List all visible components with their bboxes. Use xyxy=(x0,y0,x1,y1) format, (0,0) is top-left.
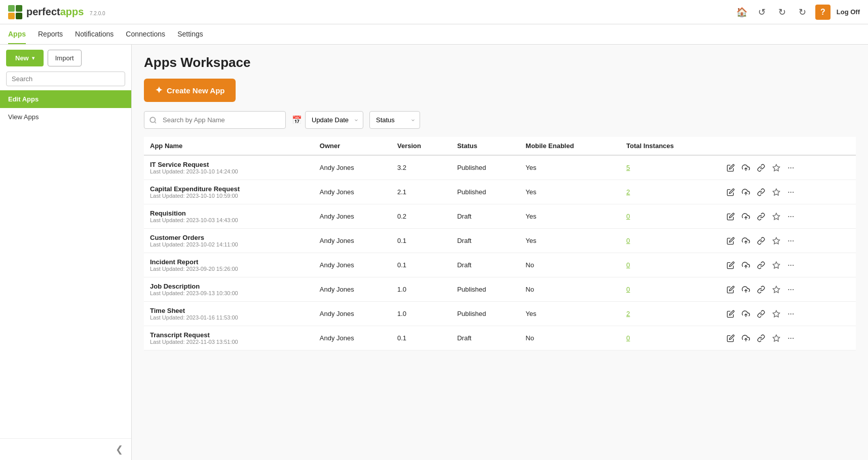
col-mobile: Mobile Enabled xyxy=(519,137,620,155)
link-btn-6[interactable] xyxy=(756,309,766,319)
link-btn-3[interactable] xyxy=(756,236,766,246)
table-row: Incident Report Last Updated: 2023-09-20… xyxy=(144,253,856,277)
instances-link-7[interactable]: 0 xyxy=(626,334,630,342)
cell-instances-5: 0 xyxy=(620,277,720,302)
table-row: IT Service Request Last Updated: 2023-10… xyxy=(144,155,856,180)
cell-app-name-2: Requisition Last Updated: 2023-10-03 14:… xyxy=(144,204,314,229)
logo-sq-1 xyxy=(8,5,15,12)
cell-status-1: Published xyxy=(451,180,519,204)
upload-btn-3[interactable] xyxy=(741,236,751,246)
more-btn-0[interactable]: ··· xyxy=(786,162,795,173)
edit-btn-7[interactable] xyxy=(726,333,736,343)
star-btn-1[interactable] xyxy=(771,187,781,197)
nav-item-notifications[interactable]: Notifications xyxy=(75,25,114,44)
instances-link-0[interactable]: 5 xyxy=(626,164,630,171)
edit-btn-1[interactable] xyxy=(726,187,736,197)
toolbar-icons: 🏠 ↺ ↻ ↻ ? xyxy=(734,5,831,20)
table-row: Transcript Request Last Updated: 2022-11… xyxy=(144,326,856,350)
home-button[interactable]: 🏠 xyxy=(734,5,749,20)
cell-owner-4: Andy Jones xyxy=(314,253,391,277)
cell-actions-0: ··· xyxy=(720,155,856,180)
more-btn-1[interactable]: ··· xyxy=(786,187,795,198)
app-name-2: Requisition xyxy=(150,209,308,217)
upload-btn-0[interactable] xyxy=(741,163,751,173)
star-btn-7[interactable] xyxy=(771,333,781,343)
create-btn-label: Create New App xyxy=(167,86,224,95)
sidebar-collapse-button[interactable]: ❮ xyxy=(0,438,131,460)
edit-btn-3[interactable] xyxy=(726,236,736,246)
content-area: Apps Workspace ✦ Create New App 📅 Update… xyxy=(132,45,868,460)
upload-btn-4[interactable] xyxy=(741,260,751,270)
more-btn-2[interactable]: ··· xyxy=(786,211,795,222)
upload-btn-6[interactable] xyxy=(741,309,751,319)
more-btn-4[interactable]: ··· xyxy=(786,260,795,271)
date-filter: 📅 Update Date xyxy=(292,111,363,129)
link-btn-0[interactable] xyxy=(756,163,766,173)
table-row: Requisition Last Updated: 2023-10-03 14:… xyxy=(144,204,856,229)
star-btn-2[interactable] xyxy=(771,211,781,222)
nav-item-apps[interactable]: Apps xyxy=(8,25,26,44)
sidebar-search-input[interactable] xyxy=(6,72,125,86)
nav-item-connections[interactable]: Connections xyxy=(126,25,165,44)
link-btn-1[interactable] xyxy=(756,187,766,197)
upload-btn-5[interactable] xyxy=(741,285,751,295)
cell-mobile-5: No xyxy=(519,277,620,302)
upload-btn-1[interactable] xyxy=(741,187,751,197)
edit-btn-4[interactable] xyxy=(726,260,736,270)
brand-version: 7.2.0.0 xyxy=(90,11,105,16)
app-updated-6: Last Updated: 2023-01-16 11:53:00 xyxy=(150,314,308,321)
undo-button[interactable]: ↺ xyxy=(754,5,770,20)
link-btn-2[interactable] xyxy=(756,211,766,222)
log-off-button[interactable]: Log Off xyxy=(837,8,860,16)
star-btn-0[interactable] xyxy=(771,163,781,173)
cell-version-2: 0.2 xyxy=(391,204,451,229)
cell-owner-1: Andy Jones xyxy=(314,180,391,204)
star-btn-4[interactable] xyxy=(771,260,781,270)
star-btn-6[interactable] xyxy=(771,309,781,319)
cell-status-3: Draft xyxy=(451,229,519,253)
edit-btn-6[interactable] xyxy=(726,309,736,319)
search-app-input[interactable] xyxy=(144,111,286,129)
table-row: Capital Expenditure Request Last Updated… xyxy=(144,180,856,204)
svg-point-0 xyxy=(150,117,156,123)
instances-link-2[interactable]: 0 xyxy=(626,213,630,220)
app-name-3: Customer Orders xyxy=(150,234,308,241)
cell-mobile-2: Yes xyxy=(519,204,620,229)
instances-link-5[interactable]: 0 xyxy=(626,286,630,293)
new-button[interactable]: New ▾ xyxy=(6,50,44,66)
instances-link-1[interactable]: 2 xyxy=(626,188,630,196)
more-btn-6[interactable]: ··· xyxy=(786,308,795,320)
instances-link-6[interactable]: 2 xyxy=(626,310,630,317)
sidebar-item-view-apps[interactable]: View Apps xyxy=(0,108,131,126)
date-filter-select[interactable]: Update Date xyxy=(305,111,363,129)
instances-link-4[interactable]: 0 xyxy=(626,261,630,269)
nav-item-reports[interactable]: Reports xyxy=(38,25,63,44)
link-btn-4[interactable] xyxy=(756,260,766,270)
import-button[interactable]: Import xyxy=(48,50,82,66)
upload-btn-2[interactable] xyxy=(741,211,751,222)
cell-actions-5: ··· xyxy=(720,277,856,302)
edit-btn-2[interactable] xyxy=(726,211,736,222)
more-btn-5[interactable]: ··· xyxy=(786,284,795,295)
edit-btn-5[interactable] xyxy=(726,285,736,295)
instances-link-3[interactable]: 0 xyxy=(626,237,630,244)
svg-marker-11 xyxy=(773,262,779,268)
brand-name: perfectapps 7.2.0.0 xyxy=(26,6,105,18)
refresh-button[interactable]: ↻ xyxy=(775,5,790,20)
link-btn-5[interactable] xyxy=(756,285,766,295)
upload-btn-7[interactable] xyxy=(741,333,751,343)
sidebar-item-edit-apps[interactable]: Edit Apps xyxy=(0,90,131,108)
link-btn-7[interactable] xyxy=(756,333,766,343)
nav-item-settings[interactable]: Settings xyxy=(177,25,203,44)
star-btn-5[interactable] xyxy=(771,285,781,295)
more-btn-7[interactable]: ··· xyxy=(786,333,795,344)
more-btn-3[interactable]: ··· xyxy=(786,235,795,246)
col-app-name: App Name xyxy=(144,137,314,155)
sync-button[interactable]: ↻ xyxy=(795,5,810,20)
create-new-app-button[interactable]: ✦ Create New App xyxy=(144,79,236,102)
status-filter-select[interactable]: Status Published Draft xyxy=(369,111,420,129)
help-button[interactable]: ? xyxy=(815,5,831,20)
star-btn-3[interactable] xyxy=(771,236,781,246)
edit-btn-0[interactable] xyxy=(726,163,736,173)
search-icon xyxy=(149,116,157,124)
